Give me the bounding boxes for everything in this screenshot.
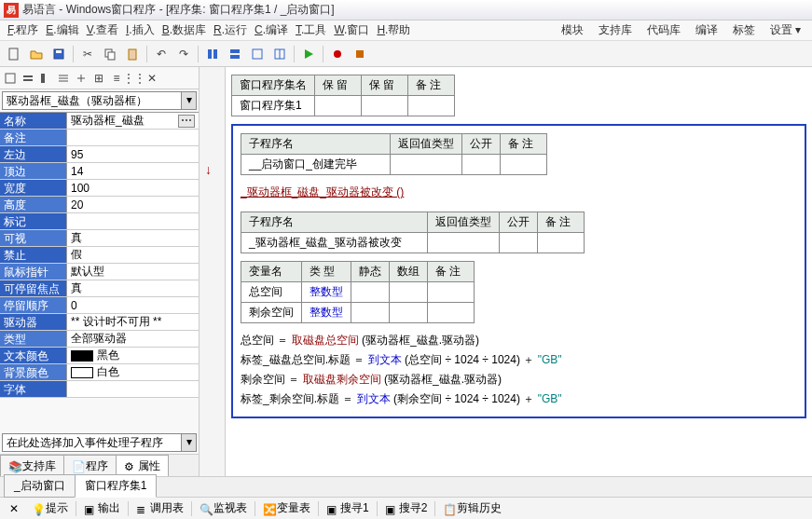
prop-value[interactable]: 白色 [67, 364, 199, 380]
panel-btn5-icon[interactable] [73, 70, 89, 87]
menu-window[interactable]: W.窗口 [330, 20, 373, 40]
tab-properties[interactable]: ⚙属性 [116, 455, 169, 476]
prop-row[interactable]: 禁止假 [0, 247, 199, 264]
prop-value[interactable] [67, 130, 199, 145]
sb-cliphist[interactable]: 📋剪辑历史 [437, 499, 507, 518]
prop-value[interactable]: 默认型 [67, 264, 199, 280]
debug-icon[interactable] [327, 44, 348, 64]
prop-row[interactable]: 顶边14 [0, 163, 199, 180]
prop-value[interactable]: 100 [67, 180, 199, 196]
prop-row[interactable]: 高度20 [0, 197, 199, 213]
save-icon[interactable] [48, 44, 69, 64]
prop-value[interactable]: 驱动器框_磁盘⋯ [67, 113, 199, 129]
prop-row[interactable]: 标记 [0, 213, 199, 230]
menu-tools[interactable]: T.工具 [292, 20, 330, 40]
layout1-icon[interactable] [202, 44, 223, 64]
menu-module[interactable]: 模块 [554, 20, 591, 40]
menu-insert[interactable]: I.插入 [122, 20, 158, 40]
sb-search2[interactable]: ▣搜寻2 [379, 499, 434, 518]
sb-callstack[interactable]: ≣调用表 [131, 499, 189, 518]
sb-vars[interactable]: 🔀变量表 [257, 499, 316, 518]
prop-row[interactable]: 驱动器** 设计时不可用 ** [0, 314, 199, 331]
prop-value[interactable]: 95 [67, 146, 199, 162]
prop-row[interactable]: 备注 [0, 130, 199, 146]
prop-value[interactable]: 真 [67, 230, 199, 246]
prop-value[interactable] [67, 213, 199, 229]
prop-value[interactable]: 全部驱动器 [67, 331, 199, 347]
code-line[interactable]: 标签_剩余空间.标题 ＝ 到文本 (剩余空间 ÷ 1024 ÷ 1024) ＋ … [241, 389, 797, 409]
prop-value[interactable]: 0 [67, 297, 199, 313]
code-line[interactable]: 总空间 ＝ 取磁盘总空间 (驱动器框_磁盘.驱动器) [241, 331, 797, 350]
prop-value[interactable]: 真 [67, 280, 199, 296]
panel-btn8-icon[interactable]: ⋮⋮ [126, 70, 143, 87]
menu-edit[interactable]: E.编辑 [42, 20, 82, 40]
menu-view[interactable]: V.查看 [83, 20, 122, 40]
stop-icon[interactable] [350, 44, 370, 64]
prop-value[interactable] [67, 381, 199, 397]
collapse-icon[interactable]: ✕ [4, 500, 24, 517]
prop-row[interactable]: 可停留焦点真 [0, 280, 199, 297]
copy-icon[interactable] [100, 44, 120, 64]
prop-row[interactable]: 类型全部驱动器 [0, 331, 199, 348]
menu-codelib[interactable]: 代码库 [640, 20, 688, 40]
menu-help[interactable]: H.帮助 [373, 20, 414, 40]
menu-supportlib[interactable]: 支持库 [591, 20, 640, 40]
ellipsis-button[interactable]: ⋯ [178, 115, 195, 128]
prop-value[interactable]: 20 [67, 197, 199, 212]
code-editor[interactable]: 窗口程序集名保 留保 留备 注 窗口程序集1 子程序名返回值类型公开备 注 __… [226, 67, 812, 476]
event-selector[interactable]: 在此处选择加入事件处理子程序 ▾ [2, 433, 197, 452]
redo-icon[interactable]: ↷ [173, 44, 194, 64]
sb-hint[interactable]: 💡提示 [26, 499, 74, 518]
prop-row[interactable]: 背景颜色白色 [0, 364, 199, 381]
panel-btn2-icon[interactable] [20, 70, 36, 87]
new-icon[interactable] [4, 44, 24, 64]
tab-supportlib[interactable]: 📚支持库 [0, 455, 64, 476]
code-line[interactable]: 剩余空间 ＝ 取磁盘剩余空间 (驱动器框_磁盘.驱动器) [241, 370, 797, 389]
paste-icon[interactable] [122, 44, 143, 64]
prop-row[interactable]: 停留顺序0 [0, 297, 199, 314]
code-line[interactable]: 标签_磁盘总空间.标题 ＝ 到文本 (总空间 ÷ 1024 ÷ 1024) ＋ … [241, 350, 797, 370]
prop-row[interactable]: 可视真 [0, 230, 199, 247]
tab-startwindow[interactable]: _启动窗口 [4, 474, 76, 498]
panel-btn9-icon[interactable]: ✕ [144, 70, 160, 87]
prop-row[interactable]: 宽度100 [0, 180, 199, 197]
prop-value[interactable]: ** 设计时不可用 ** [67, 314, 199, 330]
menu-file[interactable]: F.程序 [4, 20, 42, 40]
menu-database[interactable]: B.数据库 [158, 20, 210, 40]
prop-row[interactable]: 名称驱动器框_磁盘⋯ [0, 113, 199, 130]
dropdown-icon[interactable]: ▾ [181, 434, 196, 451]
prop-row[interactable]: 字体 [0, 381, 199, 398]
prop-value[interactable]: 黑色 [67, 348, 199, 363]
tab-program[interactable]: 📄程序 [63, 455, 117, 476]
layout4-icon[interactable] [269, 44, 290, 64]
prop-row[interactable]: 鼠标指针默认型 [0, 264, 199, 280]
tab-assembly1[interactable]: 窗口程序集1 [75, 474, 158, 498]
menu-settings[interactable]: 设置 ▾ [763, 20, 808, 40]
panel-btn1-icon[interactable] [2, 70, 19, 87]
prop-row[interactable]: 左边95 [0, 146, 199, 163]
prop-value[interactable]: 14 [67, 163, 199, 179]
sb-search1[interactable]: ▣搜寻1 [321, 499, 375, 518]
code-line[interactable]: _驱动器框_磁盘_驱动器被改变 () [241, 183, 797, 202]
run-icon[interactable] [298, 44, 319, 64]
panel-btn6-icon[interactable]: ⊞ [90, 70, 107, 87]
open-icon[interactable] [26, 44, 47, 64]
cut-icon[interactable]: ✂ [77, 44, 98, 64]
panel-btn3-icon[interactable] [37, 70, 54, 87]
sb-watch[interactable]: 🔍监视表 [194, 499, 253, 518]
breakpoint-arrow-icon[interactable]: ↓ [205, 162, 212, 177]
dropdown-icon[interactable]: ▾ [181, 92, 196, 109]
layout2-icon[interactable] [225, 44, 245, 64]
prop-value[interactable]: 假 [67, 247, 199, 263]
menu-label[interactable]: 标签 [725, 20, 763, 40]
menu-run[interactable]: R.运行 [210, 20, 251, 40]
panel-btn4-icon[interactable] [55, 70, 72, 87]
menu-build[interactable]: 编译 [688, 20, 725, 40]
undo-icon[interactable]: ↶ [151, 44, 172, 64]
property-grid[interactable]: 名称驱动器框_磁盘⋯备注左边95顶边14宽度100高度20标记可视真禁止假鼠标指… [0, 112, 199, 431]
menu-compile[interactable]: C.编译 [251, 20, 292, 40]
sb-output[interactable]: ▣输出 [78, 499, 126, 518]
layout3-icon[interactable] [247, 44, 268, 64]
component-selector[interactable]: 驱动器框_磁盘（驱动器框） ▾ [2, 91, 197, 110]
prop-row[interactable]: 文本颜色黑色 [0, 348, 199, 364]
